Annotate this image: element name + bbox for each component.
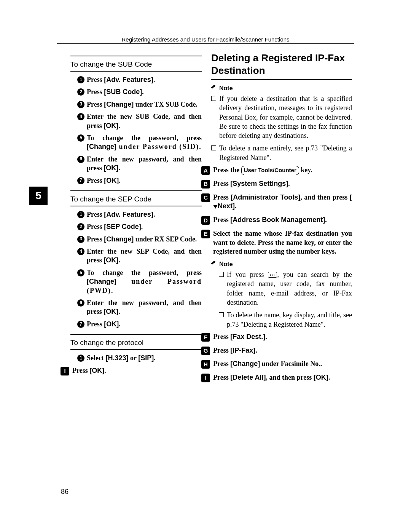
section-rule bbox=[70, 190, 202, 191]
section-rule bbox=[70, 349, 202, 350]
step-box-icon: E bbox=[201, 230, 210, 238]
step-bullet-icon: 4 bbox=[77, 248, 84, 255]
step-box-icon: I bbox=[201, 374, 210, 382]
note-heading: Note bbox=[211, 261, 352, 268]
step-bullet-icon: 3 bbox=[77, 236, 84, 243]
step-bullet-icon: 6 bbox=[77, 299, 84, 307]
ordered-step: 4 Enter the new SUB Code, and then press… bbox=[77, 112, 202, 130]
step-bullet-icon: 5 bbox=[77, 269, 84, 276]
major-step: B Press [System Settings]. bbox=[201, 179, 352, 189]
ordered-step: 6 Enter the new password, and then press… bbox=[77, 155, 202, 173]
square-bullet-icon bbox=[219, 312, 224, 317]
running-header: Registering Addresses and Users for Facs… bbox=[0, 36, 411, 43]
step-box-icon: C bbox=[201, 193, 210, 202]
header-rule bbox=[57, 43, 354, 44]
page-number: 86 bbox=[61, 488, 68, 496]
section-rule bbox=[70, 334, 202, 335]
ordered-step: 1 Press [Adv. Features]. bbox=[77, 75, 202, 84]
note-bullet: If you delete a destination that is a sp… bbox=[211, 94, 352, 140]
major-step: F Press [Fax Dest.]. bbox=[201, 332, 352, 342]
ordered-step: 2 Press [SUB Code]. bbox=[77, 88, 202, 96]
ordered-step: 4 Enter the new SEP Code, and then press… bbox=[77, 247, 202, 265]
down-triangle-icon bbox=[213, 205, 218, 209]
major-step: I Press [OK]. bbox=[61, 366, 202, 375]
pencil-icon bbox=[210, 84, 219, 93]
section-rule bbox=[70, 56, 202, 56]
chapter-tab: 5 bbox=[29, 187, 48, 205]
step-bullet-icon: 5 bbox=[77, 134, 84, 142]
step-box-icon: H bbox=[201, 360, 210, 369]
ordered-step: 6 Enter the new password, and then press… bbox=[77, 299, 202, 316]
section-heading: Deleting a Registered IP-Fax Destination bbox=[211, 52, 352, 77]
step-box-icon: F bbox=[201, 333, 210, 342]
step-bullet-icon: 4 bbox=[77, 113, 84, 120]
key-label: User Tools/Counter bbox=[241, 166, 299, 175]
heading-rule bbox=[211, 79, 352, 80]
note-bullet: To delete a name entirely, see p.73 "Del… bbox=[211, 144, 352, 162]
ordered-step: 3 Press [Change] under TX SUB Code. bbox=[77, 100, 202, 109]
ordered-step: 7 Press [OK]. bbox=[77, 320, 202, 329]
step-bullet-icon: 7 bbox=[77, 177, 84, 184]
pencil-icon bbox=[210, 260, 219, 269]
subsection-title-sub-code: To change the SUB Code bbox=[70, 60, 202, 69]
step-bullet-icon: 7 bbox=[77, 321, 84, 328]
left-column: To change the SUB Code 1 Press [Adv. Fea… bbox=[70, 53, 202, 380]
step-box-icon: G bbox=[201, 347, 210, 355]
subsection-title-sep-code: To change the SEP Code bbox=[70, 195, 202, 203]
major-step: A Press the User Tools/Counter key. bbox=[201, 166, 352, 175]
major-step: E Select the name whose IP-fax destinati… bbox=[201, 229, 352, 256]
section-rule bbox=[70, 71, 202, 72]
square-bullet-icon bbox=[219, 272, 224, 277]
step-bullet-icon: 2 bbox=[77, 223, 84, 230]
step-bullet-icon: 1 bbox=[77, 211, 84, 218]
subsection-title-protocol: To change the protocol bbox=[70, 339, 202, 347]
section-rule bbox=[70, 206, 202, 206]
step-box-icon: B bbox=[201, 180, 210, 189]
major-step: D Press [Address Book Management]. bbox=[201, 216, 352, 225]
major-step: C Press [Administrator Tools], and then … bbox=[201, 193, 352, 211]
note-heading: Note bbox=[211, 85, 352, 92]
step-box-icon: I bbox=[61, 367, 69, 375]
step-bullet-icon: 1 bbox=[77, 76, 84, 83]
ordered-step: 5 To change the password, press [Change]… bbox=[77, 134, 202, 152]
right-column: Deleting a Registered IP-Fax Destination… bbox=[211, 52, 352, 387]
ordered-step: 2 Press [SEP Code]. bbox=[77, 222, 202, 231]
ordered-step: 3 Press [Change] under RX SEP Code. bbox=[77, 235, 202, 244]
step-box-icon: A bbox=[201, 166, 210, 175]
note-bullet: To delete the name, key display, and tit… bbox=[211, 310, 352, 329]
step-box-icon: D bbox=[201, 216, 210, 225]
major-step: G Press [IP-Fax]. bbox=[201, 346, 352, 355]
step-bullet-icon: 6 bbox=[77, 156, 84, 163]
ordered-step: 1 Press [Adv. Features]. bbox=[77, 210, 202, 219]
major-step: I Press [Delete All], and then press [OK… bbox=[201, 373, 352, 382]
square-bullet-icon bbox=[211, 96, 216, 101]
square-bullet-icon bbox=[211, 145, 216, 150]
major-step: H Press [Change] under Facsimile No.. bbox=[201, 359, 352, 369]
ordered-step: 1 Select [H.323] or [SIP]. bbox=[77, 354, 202, 363]
ordered-step: 5 To change the password, press [Change]… bbox=[77, 268, 202, 295]
note-bullet: If you press , you can search by the reg… bbox=[211, 270, 352, 307]
step-bullet-icon: 1 bbox=[77, 355, 84, 362]
keyboard-icon bbox=[268, 272, 277, 278]
step-bullet-icon: 2 bbox=[77, 88, 84, 96]
ordered-step: 7 Press [OK]. bbox=[77, 176, 202, 185]
step-bullet-icon: 3 bbox=[77, 101, 84, 108]
